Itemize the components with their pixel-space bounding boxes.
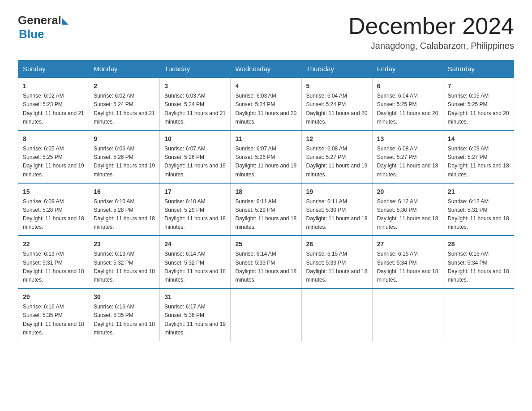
day-number: 4: [235, 81, 296, 91]
day-number: 26: [306, 240, 368, 249]
calendar-cell: 15Sunrise: 6:09 AMSunset: 5:28 PMDayligh…: [18, 183, 89, 236]
day-number: 18: [235, 187, 296, 197]
day-info: Sunrise: 6:15 AMSunset: 5:33 PMDaylight:…: [306, 251, 368, 283]
title-area: December 2024 Janagdong, Calabarzon, Phi…: [348, 13, 514, 51]
day-info: Sunrise: 6:03 AMSunset: 5:24 PMDaylight:…: [235, 93, 296, 125]
header-monday: Monday: [89, 60, 160, 78]
calendar-cell: 5Sunrise: 6:04 AMSunset: 5:24 PMDaylight…: [301, 77, 372, 130]
calendar-cell: 27Sunrise: 6:15 AMSunset: 5:34 PMDayligh…: [372, 235, 443, 288]
calendar-cell: 21Sunrise: 6:12 AMSunset: 5:31 PMDayligh…: [443, 183, 514, 236]
day-number: 28: [448, 240, 509, 249]
day-info: Sunrise: 6:14 AMSunset: 5:33 PMDaylight:…: [235, 251, 296, 283]
day-info: Sunrise: 6:08 AMSunset: 5:27 PMDaylight:…: [306, 146, 368, 178]
calendar-cell: 18Sunrise: 6:11 AMSunset: 5:29 PMDayligh…: [231, 183, 301, 236]
calendar-cell: [372, 288, 443, 341]
day-info: Sunrise: 6:17 AMSunset: 5:36 PMDaylight:…: [164, 304, 226, 336]
calendar-cell: 10Sunrise: 6:07 AMSunset: 5:26 PMDayligh…: [160, 130, 231, 183]
day-number: 8: [23, 134, 84, 144]
day-number: 29: [23, 292, 84, 302]
header-thursday: Thursday: [301, 60, 372, 78]
calendar-table: SundayMondayTuesdayWednesdayThursdayFrid…: [18, 60, 514, 341]
header-row: SundayMondayTuesdayWednesdayThursdayFrid…: [18, 60, 514, 78]
calendar-cell: 1Sunrise: 6:02 AMSunset: 5:23 PMDaylight…: [18, 77, 89, 130]
day-info: Sunrise: 6:03 AMSunset: 5:24 PMDaylight:…: [164, 93, 226, 125]
day-number: 16: [94, 187, 155, 197]
day-info: Sunrise: 6:16 AMSunset: 5:34 PMDaylight:…: [448, 251, 509, 283]
day-info: Sunrise: 6:11 AMSunset: 5:30 PMDaylight:…: [306, 198, 368, 231]
day-number: 27: [377, 240, 438, 249]
day-info: Sunrise: 6:02 AMSunset: 5:23 PMDaylight:…: [23, 93, 84, 125]
header-wednesday: Wednesday: [231, 60, 301, 78]
page-header: General Blue December 2024 Janagdong, Ca…: [18, 13, 514, 51]
calendar-cell: 11Sunrise: 6:07 AMSunset: 5:26 PMDayligh…: [231, 130, 301, 183]
calendar-cell: 7Sunrise: 6:05 AMSunset: 5:25 PMDaylight…: [443, 77, 514, 130]
day-number: 9: [94, 134, 155, 144]
calendar-cell: 16Sunrise: 6:10 AMSunset: 5:28 PMDayligh…: [89, 183, 160, 236]
day-number: 31: [164, 292, 226, 302]
day-number: 21: [448, 187, 509, 197]
calendar-cell: 9Sunrise: 6:06 AMSunset: 5:26 PMDaylight…: [89, 130, 160, 183]
day-info: Sunrise: 6:08 AMSunset: 5:27 PMDaylight:…: [377, 146, 438, 178]
day-number: 13: [377, 134, 438, 144]
day-info: Sunrise: 6:15 AMSunset: 5:34 PMDaylight:…: [377, 251, 438, 283]
header-tuesday: Tuesday: [160, 60, 231, 78]
calendar-cell: 22Sunrise: 6:13 AMSunset: 5:31 PMDayligh…: [18, 235, 89, 288]
day-info: Sunrise: 6:07 AMSunset: 5:26 PMDaylight:…: [164, 146, 226, 178]
calendar-header: SundayMondayTuesdayWednesdayThursdayFrid…: [18, 60, 514, 78]
calendar-cell: 2Sunrise: 6:02 AMSunset: 5:24 PMDaylight…: [89, 77, 160, 130]
day-info: Sunrise: 6:05 AMSunset: 5:25 PMDaylight:…: [23, 146, 84, 178]
logo: General Blue: [18, 13, 69, 41]
day-number: 7: [448, 81, 509, 91]
day-number: 24: [164, 240, 226, 249]
day-number: 30: [94, 292, 155, 302]
day-info: Sunrise: 6:16 AMSunset: 5:35 PMDaylight:…: [23, 304, 84, 336]
day-info: Sunrise: 6:13 AMSunset: 5:31 PMDaylight:…: [23, 251, 84, 283]
day-info: Sunrise: 6:06 AMSunset: 5:26 PMDaylight:…: [94, 146, 155, 178]
day-number: 25: [235, 240, 296, 249]
day-info: Sunrise: 6:04 AMSunset: 5:25 PMDaylight:…: [377, 93, 438, 125]
calendar-cell: 17Sunrise: 6:10 AMSunset: 5:29 PMDayligh…: [160, 183, 231, 236]
calendar-cell: 28Sunrise: 6:16 AMSunset: 5:34 PMDayligh…: [443, 235, 514, 288]
location-title: Janagdong, Calabarzon, Philippines: [348, 41, 514, 51]
calendar-cell: [443, 288, 514, 341]
calendar-cell: 31Sunrise: 6:17 AMSunset: 5:36 PMDayligh…: [160, 288, 231, 341]
calendar-cell: 25Sunrise: 6:14 AMSunset: 5:33 PMDayligh…: [231, 235, 301, 288]
day-info: Sunrise: 6:16 AMSunset: 5:35 PMDaylight:…: [94, 304, 155, 336]
week-row-5: 29Sunrise: 6:16 AMSunset: 5:35 PMDayligh…: [18, 288, 514, 341]
day-number: 20: [377, 187, 438, 197]
calendar-cell: 4Sunrise: 6:03 AMSunset: 5:24 PMDaylight…: [231, 77, 301, 130]
calendar-body: 1Sunrise: 6:02 AMSunset: 5:23 PMDaylight…: [18, 77, 514, 341]
week-row-1: 1Sunrise: 6:02 AMSunset: 5:23 PMDaylight…: [18, 77, 514, 130]
header-sunday: Sunday: [18, 60, 89, 78]
day-number: 10: [164, 134, 226, 144]
day-number: 3: [164, 81, 226, 91]
day-number: 2: [94, 81, 155, 91]
day-number: 15: [23, 187, 84, 197]
week-row-2: 8Sunrise: 6:05 AMSunset: 5:25 PMDaylight…: [18, 130, 514, 183]
day-number: 17: [164, 187, 226, 197]
week-row-4: 22Sunrise: 6:13 AMSunset: 5:31 PMDayligh…: [18, 235, 514, 288]
week-row-3: 15Sunrise: 6:09 AMSunset: 5:28 PMDayligh…: [18, 183, 514, 236]
day-info: Sunrise: 6:04 AMSunset: 5:24 PMDaylight:…: [306, 93, 368, 125]
day-info: Sunrise: 6:14 AMSunset: 5:32 PMDaylight:…: [164, 251, 226, 283]
day-number: 23: [94, 240, 155, 249]
month-title: December 2024: [348, 13, 514, 39]
day-number: 19: [306, 187, 368, 197]
logo-general-text: General: [18, 13, 61, 27]
day-number: 22: [23, 240, 84, 249]
day-number: 14: [448, 134, 509, 144]
header-saturday: Saturday: [443, 60, 514, 78]
calendar-cell: 19Sunrise: 6:11 AMSunset: 5:30 PMDayligh…: [301, 183, 372, 236]
day-number: 11: [235, 134, 296, 144]
day-info: Sunrise: 6:13 AMSunset: 5:32 PMDaylight:…: [94, 251, 155, 283]
calendar-cell: 29Sunrise: 6:16 AMSunset: 5:35 PMDayligh…: [18, 288, 89, 341]
calendar-cell: 20Sunrise: 6:12 AMSunset: 5:30 PMDayligh…: [372, 183, 443, 236]
calendar-cell: 30Sunrise: 6:16 AMSunset: 5:35 PMDayligh…: [89, 288, 160, 341]
day-info: Sunrise: 6:09 AMSunset: 5:28 PMDaylight:…: [23, 198, 84, 231]
logo-blue-text: Blue: [19, 27, 44, 41]
day-info: Sunrise: 6:11 AMSunset: 5:29 PMDaylight:…: [235, 198, 296, 231]
day-info: Sunrise: 6:02 AMSunset: 5:24 PMDaylight:…: [94, 93, 155, 125]
day-number: 1: [23, 81, 84, 91]
day-info: Sunrise: 6:12 AMSunset: 5:30 PMDaylight:…: [377, 198, 438, 231]
calendar-cell: 23Sunrise: 6:13 AMSunset: 5:32 PMDayligh…: [89, 235, 160, 288]
